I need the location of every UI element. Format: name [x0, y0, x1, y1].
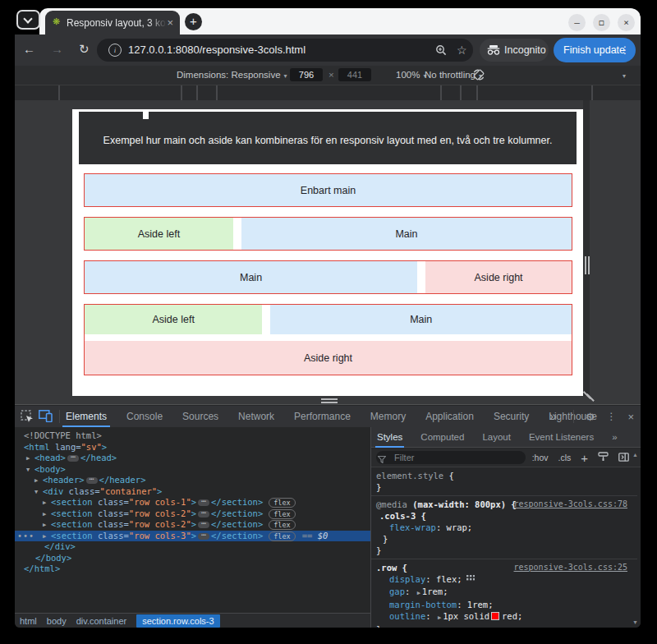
flex-badge[interactable]: flex	[269, 531, 295, 541]
expand-arrow-icon[interactable]: ▶	[43, 531, 46, 543]
breadcrumb-html[interactable]: html	[20, 616, 37, 626]
styles-filter-input[interactable]: Filter	[376, 451, 526, 464]
devtools-tab-network[interactable]: Network	[238, 406, 274, 427]
devtools-tabs-overflow[interactable]: »	[549, 406, 557, 427]
dom-tree-line[interactable]: <html lang="sv">	[15, 442, 370, 453]
collapsed-content-icon[interactable]: ⋯	[198, 511, 209, 518]
scroll-up-icon[interactable]: ▲	[632, 452, 638, 458]
dom-tree-line[interactable]: ▶<head>⋯</head>	[15, 453, 370, 464]
dom-tree-line[interactable]: <!DOCTYPE html>	[15, 430, 370, 442]
flex-badge[interactable]: flex	[269, 509, 295, 519]
device-toolbar-toggle-icon[interactable]	[39, 410, 53, 426]
gear-icon[interactable]: ⚙	[586, 411, 595, 423]
page-scrollbar-track[interactable]	[583, 100, 590, 396]
forward-button[interactable]: →	[51, 42, 63, 56]
tab-search-button[interactable]	[16, 10, 40, 30]
stylesheet-link[interactable]: responsive-3cols.css:78	[514, 499, 627, 510]
computed-sidebar-toggle-icon[interactable]	[618, 453, 629, 463]
device-more-options[interactable]: ▾	[623, 72, 626, 80]
styles-tabs-overflow[interactable]: »	[612, 427, 617, 448]
url-text[interactable]: 127.0.0.1:8080/responsive-3cols.html	[128, 44, 306, 56]
scroll-down-icon[interactable]: ▼	[632, 619, 638, 625]
browser-menu-icon[interactable]: ⋮	[620, 44, 630, 56]
styles-tab-layout[interactable]: Layout	[482, 427, 511, 448]
resize-handle-right[interactable]	[588, 256, 590, 274]
element-style-selector[interactable]: element.style	[376, 471, 443, 481]
devtools-tab-application[interactable]: Application	[425, 406, 474, 427]
dom-tree-line[interactable]: ▶<header>⋯</header>	[15, 475, 370, 486]
collapsed-content-icon[interactable]: ⋯	[198, 499, 209, 506]
color-swatch[interactable]	[491, 612, 499, 620]
more-actions-icon[interactable]: •••	[17, 531, 34, 542]
collapsed-content-icon[interactable]: ⋯	[67, 455, 79, 462]
flex-badge[interactable]: flex	[269, 498, 295, 508]
dimensions-dropdown[interactable]: Dimensions: Responsive▾	[177, 70, 287, 80]
browser-tab[interactable]: ❋ Responsiv layout, 3 kolu ×	[45, 11, 180, 34]
dom-tree-line[interactable]: </div>	[15, 541, 370, 553]
expand-arrow-icon[interactable]: ▼	[26, 465, 30, 476]
dom-tree-line[interactable]: </html>	[15, 564, 370, 575]
bookmark-star-icon[interactable]: ☆	[457, 44, 467, 57]
css-property[interactable]: outline: ▶1px solidred;	[376, 610, 632, 623]
inspect-element-icon[interactable]	[21, 410, 34, 426]
devtools-tab-console[interactable]: Console	[126, 406, 163, 427]
css-property[interactable]: display: flex;	[376, 573, 632, 586]
dom-tree-line[interactable]: ▶<section class="row cols-2">⋯</section>…	[15, 519, 370, 531]
dom-tree-line[interactable]: ▼<div class="container">	[15, 486, 370, 498]
viewport-height-input[interactable]: 441	[338, 68, 371, 81]
devtools-tab-elements[interactable]: Elements	[66, 406, 107, 427]
expand-arrow-icon[interactable]: ▶	[43, 520, 46, 531]
new-tab-button[interactable]: +	[185, 13, 202, 30]
resize-handle-bottom[interactable]	[321, 398, 338, 400]
devtools-tab-sources[interactable]: Sources	[182, 406, 218, 427]
expand-arrow-icon[interactable]: ▼	[34, 487, 38, 499]
devtools-menu-icon[interactable]: ⋮	[606, 411, 616, 422]
flex-badge[interactable]: flex	[269, 520, 295, 530]
flex-editor-icon[interactable]	[466, 574, 475, 586]
minimize-button[interactable]: –	[568, 14, 586, 31]
site-info-icon[interactable]: i	[108, 44, 122, 57]
resize-handle-right[interactable]	[585, 256, 586, 274]
expand-arrow-icon[interactable]: ▶	[43, 498, 46, 509]
expand-arrow-icon[interactable]: ▶	[26, 453, 30, 465]
reload-button[interactable]: ↻	[79, 42, 90, 57]
media-query-bar[interactable]	[15, 85, 641, 102]
devtools-tab-memory[interactable]: Memory	[370, 406, 406, 427]
styles-tab-event-listeners[interactable]: Event Listeners	[529, 427, 594, 448]
dom-tree-line[interactable]: ▶<section class="row cols-2">⋯</section>…	[15, 508, 370, 520]
zoom-icon[interactable]	[435, 44, 447, 59]
breadcrumb-section-row-cols-3[interactable]: section.row.cols-3	[136, 614, 219, 628]
expand-arrow-icon[interactable]: ▶	[43, 509, 46, 521]
dom-tree-line[interactable]: </body>	[15, 553, 370, 564]
devtools-tab-performance[interactable]: Performance	[294, 406, 351, 427]
media-at-keyword[interactable]: @media	[376, 499, 407, 509]
viewport-width-input[interactable]: 796	[290, 68, 323, 81]
new-style-rule-button[interactable]: +	[581, 451, 588, 465]
address-bar[interactable]: i 127.0.0.1:8080/responsive-3cols.html ☆	[97, 39, 473, 62]
toggle-class-editor[interactable]: .cls	[558, 453, 571, 462]
styles-tab-computed[interactable]: Computed	[420, 427, 464, 448]
resize-handle-bottom[interactable]	[321, 402, 338, 403]
back-button[interactable]: ←	[23, 42, 35, 56]
resize-handle-corner[interactable]	[586, 393, 595, 402]
collapsed-content-icon[interactable]: ⋯	[198, 522, 209, 528]
maximize-button[interactable]: ◻	[593, 14, 610, 31]
css-property[interactable]: margin-bottom: 1rem;	[376, 599, 632, 610]
dom-tree-line[interactable]: ▶<section class="row cols-1">⋯</section>…	[15, 497, 370, 508]
breadcrumb-div-container[interactable]: div.container	[76, 616, 127, 626]
toggle-hover-state[interactable]: :hov	[532, 453, 549, 462]
expand-arrow-icon[interactable]: ▶	[34, 476, 38, 487]
devtools-close-icon[interactable]: ×	[627, 411, 634, 423]
dom-tree-line[interactable]: ▼<body>	[15, 464, 370, 476]
styles-tab-styles[interactable]: Styles	[377, 427, 402, 448]
rotate-viewport-icon[interactable]	[472, 68, 485, 83]
css-selector[interactable]: .row {	[376, 563, 407, 573]
zoom-dropdown[interactable]: 100%▾	[396, 70, 426, 80]
window-close-button[interactable]: ×	[618, 14, 635, 31]
finish-update-button[interactable]: Finish update ⋮	[554, 38, 636, 62]
css-property[interactable]: flex-wrap: wrap;	[376, 522, 632, 533]
stylesheet-link[interactable]: responsive-3cols.css:25	[514, 562, 627, 573]
collapsed-content-icon[interactable]: ⋯	[86, 477, 98, 484]
css-property[interactable]: gap: ▶1rem;	[376, 586, 632, 599]
tab-close-icon[interactable]: ×	[167, 16, 173, 29]
